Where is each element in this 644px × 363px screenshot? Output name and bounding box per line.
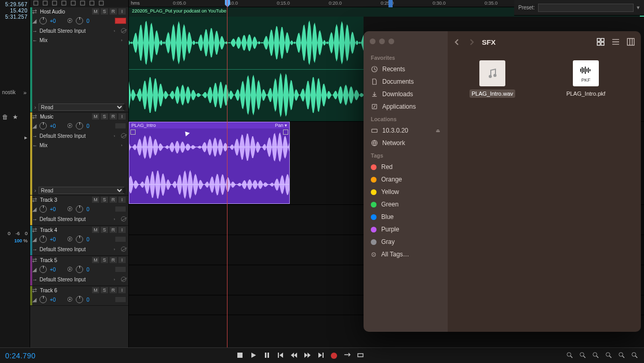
zoom-out-button[interactable] [592, 352, 599, 359]
playhead-marker[interactable] [225, 0, 230, 7]
record-arm-button[interactable] [115, 18, 126, 24]
target-icon[interactable] [89, 1, 95, 7]
dropdown-icon[interactable]: ▾ [285, 123, 287, 128]
volume-knob[interactable] [39, 296, 47, 303]
track-name[interactable]: Track 4 [40, 227, 88, 233]
fade-out-handle[interactable] [283, 129, 288, 135]
favorite-icon[interactable]: ★ [12, 113, 18, 121]
play-button[interactable] [250, 352, 257, 360]
sidebar-item-network[interactable]: Network [364, 137, 448, 149]
file-grid[interactable]: PLAG_Intro.wavPKFPLAG_Intro.pkf [448, 53, 641, 332]
track-input[interactable]: Default Stereo Input [39, 277, 112, 282]
all-tags[interactable]: All Tags… [364, 248, 448, 261]
fx-icon[interactable] [43, 1, 48, 7]
track-input[interactable]: Default Stereo Input [39, 247, 112, 252]
track-name[interactable]: Track 5 [40, 257, 88, 263]
arm-button[interactable]: R [109, 226, 117, 234]
zoom-out-full-button[interactable] [618, 352, 625, 359]
track-output[interactable]: Mix [39, 37, 119, 43]
pan-knob[interactable] [76, 236, 83, 243]
back-icon[interactable] [454, 39, 460, 45]
arm-button[interactable]: R [109, 287, 117, 294]
input-mon-button[interactable]: I [118, 113, 126, 120]
track-input[interactable]: Default Stereo Input [39, 216, 112, 222]
pause-button[interactable] [263, 352, 271, 360]
mute-button[interactable]: M [91, 226, 100, 234]
marker-r-icon[interactable] [80, 1, 85, 7]
track-header[interactable]: ⇄Track 6MSRI◢+0⦿0 [30, 286, 128, 306]
view-columns-button[interactable] [627, 38, 635, 47]
input-mon-button[interactable]: I [118, 287, 126, 294]
volume-knob[interactable] [39, 266, 47, 273]
zoom-in-button[interactable] [566, 352, 573, 359]
mute-button[interactable]: M [91, 256, 100, 264]
record-arm-button[interactable] [115, 296, 126, 303]
input-mon-button[interactable]: I [118, 256, 126, 264]
eject-icon[interactable]: ⏏ [436, 128, 440, 133]
minimize-window-icon[interactable] [379, 38, 385, 44]
file-item[interactable]: PKFPLAG_Intro.pkf [549, 60, 622, 98]
pan-knob[interactable] [76, 296, 83, 303]
solo-button[interactable]: S [100, 256, 109, 264]
delete-icon[interactable]: 🗑 [2, 113, 8, 121]
record-arm-button[interactable] [115, 266, 126, 273]
finder-window[interactable]: Favorites RecentsDocumentsDownloadsAppli… [364, 31, 641, 332]
solo-button[interactable]: S [100, 113, 109, 120]
preset-dropdown[interactable] [538, 4, 634, 12]
zoom-all-button[interactable] [631, 352, 638, 359]
view-icons-button[interactable] [597, 38, 605, 47]
tag-yellow[interactable]: Yellow [364, 186, 448, 198]
phase-icon[interactable] [121, 277, 126, 282]
phase-icon[interactable] [121, 28, 126, 33]
tag-orange[interactable]: Orange [364, 173, 448, 186]
volume-knob[interactable] [39, 122, 47, 129]
loop-icon[interactable] [33, 1, 38, 7]
record-arm-button[interactable] [115, 206, 126, 212]
go-start-button[interactable] [277, 352, 284, 360]
sidebar-item-10.3.0.20[interactable]: 10.3.0.20⏏ [364, 124, 448, 137]
file-item[interactable]: PLAG_Intro.wav [456, 60, 529, 98]
solo-button[interactable]: S [100, 226, 109, 234]
view-list-button[interactable] [612, 38, 620, 47]
mute-button[interactable]: M [91, 8, 100, 15]
track-output[interactable]: Mix [39, 142, 119, 148]
fade-in-handle[interactable] [130, 129, 136, 135]
go-end-button[interactable] [317, 352, 325, 360]
arm-button[interactable]: R [109, 113, 117, 120]
pan-knob[interactable] [76, 266, 83, 273]
input-mon-button[interactable]: I [118, 8, 126, 15]
track-name[interactable]: Host Audio [40, 9, 88, 15]
dropdown-chevron-icon[interactable]: ▾ [637, 4, 640, 11]
track-name[interactable]: Track 6 [40, 288, 88, 293]
tag-purple[interactable]: Purple [364, 223, 448, 236]
phase-icon[interactable] [121, 216, 126, 222]
audio-clip-selected[interactable]: PLAG_IntroPan ▾ [129, 122, 290, 204]
sidebar-item-recents[interactable]: Recents [364, 63, 448, 75]
track-header[interactable]: ⇄Track 3MSRI◢+0⦿0→Default Stereo Input› [30, 196, 128, 226]
record-button[interactable] [331, 353, 337, 359]
track-name[interactable]: Music [40, 114, 88, 120]
solo-button[interactable]: S [100, 287, 109, 294]
arm-button[interactable]: R [109, 256, 117, 264]
loop-button[interactable] [343, 352, 351, 360]
track-input[interactable]: Default Stereo Input [39, 28, 112, 34]
automation-mode-select[interactable]: Read [38, 187, 124, 194]
rewind-button[interactable] [290, 352, 298, 360]
pan-knob[interactable] [76, 205, 83, 213]
chevron-icon[interactable]: ▸ [24, 134, 28, 141]
track-header[interactable]: ⇄Track 4MSRI◢+0⦿0→Default Stereo Input› [30, 226, 128, 256]
pan-knob[interactable] [76, 122, 83, 129]
track-header[interactable]: ⇄Host AudioMSRI◢+0⦿0→Default Stereo Inpu… [30, 7, 128, 112]
tag-gray[interactable]: Gray [364, 236, 448, 248]
track-header[interactable]: ⇄Track 5MSRI◢+0⦿0→Default Stereo Input› [30, 256, 128, 286]
sidebar-item-applications[interactable]: Applications [364, 100, 448, 113]
track-name[interactable]: Track 3 [40, 197, 88, 203]
pan-knob[interactable] [76, 17, 83, 24]
zoom-fit-button[interactable] [605, 352, 612, 359]
volume-knob[interactable] [39, 205, 47, 213]
solo-button[interactable]: S [100, 196, 109, 203]
zoom-reset-button[interactable] [579, 352, 586, 359]
input-mon-button[interactable]: I [118, 196, 126, 203]
mute-button[interactable]: M [91, 113, 100, 120]
mute-button[interactable]: M [91, 287, 100, 294]
